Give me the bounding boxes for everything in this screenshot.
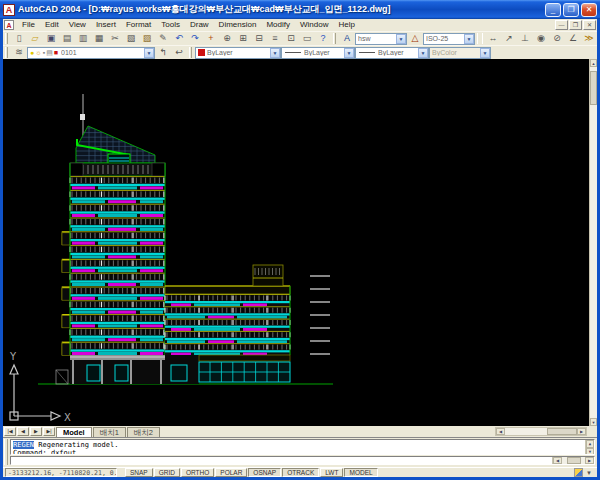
chevron-down-icon[interactable]: ▼	[270, 48, 280, 58]
dim-radius-icon[interactable]: ◉	[533, 32, 549, 45]
tab-first-icon[interactable]: |◀	[4, 427, 16, 436]
toolbar-grip[interactable]	[333, 33, 336, 44]
tab-last-icon[interactable]: ▶|	[43, 427, 55, 436]
zoom-previous-icon[interactable]: ⊟	[251, 32, 267, 45]
command-scrollbar[interactable]: ▲ ▼	[585, 440, 594, 454]
color-combo[interactable]: ByLayer▼	[195, 47, 281, 59]
dim-style-icon[interactable]: △	[407, 32, 423, 45]
chevron-down-icon[interactable]: ▼	[396, 34, 406, 44]
layer-plot-icon[interactable]: ▤	[46, 49, 53, 57]
layer-combo[interactable]: ●☼▪▤■ 0101 ▼	[27, 47, 155, 59]
dim-angular-icon[interactable]: ∠	[565, 32, 581, 45]
maximize-button[interactable]: ❐	[563, 3, 579, 17]
document-icon[interactable]: A	[4, 20, 14, 30]
scroll-right-icon[interactable]: ▶	[585, 457, 594, 464]
minimize-button[interactable]: _	[545, 3, 561, 17]
help-icon[interactable]: ?	[315, 32, 331, 45]
dim-ordinate-icon[interactable]: ⊥	[517, 32, 533, 45]
layer-previous-icon[interactable]: ↩	[171, 46, 187, 59]
layer-on-icon[interactable]: ●	[30, 49, 34, 56]
tool-palettes-icon[interactable]: ▭	[299, 32, 315, 45]
menu-insert[interactable]: Insert	[91, 19, 121, 31]
save-icon[interactable]: ▣	[43, 32, 59, 45]
child-restore-button[interactable]: ❐	[569, 20, 582, 30]
new-icon[interactable]: ▯	[11, 32, 27, 45]
toggle-snap[interactable]: SNAP	[125, 468, 153, 477]
layer-color-icon[interactable]: ■	[54, 49, 58, 56]
layer-manager-icon[interactable]: ≋	[11, 46, 27, 59]
toolbar-grip[interactable]	[5, 33, 8, 44]
scroll-down-icon[interactable]: ▼	[590, 418, 597, 426]
menu-dimension[interactable]: Dimension	[214, 19, 262, 31]
drawing-area[interactable]: YX ▲ ▼	[3, 59, 597, 426]
horizontal-scrollbar[interactable]: ◀ ▶	[495, 427, 587, 436]
publish-icon[interactable]: ▦	[91, 32, 107, 45]
text-style-combo[interactable]: hsw▼	[355, 33, 407, 45]
open-icon[interactable]: ▱	[27, 32, 43, 45]
menu-file[interactable]: File	[17, 19, 40, 31]
scroll-down-icon[interactable]: ▼	[586, 448, 594, 455]
pan-icon[interactable]: +	[203, 32, 219, 45]
scroll-left-icon[interactable]: ◀	[496, 428, 505, 435]
redo-icon[interactable]: ↷	[187, 32, 203, 45]
toggle-osnap[interactable]: OSNAP	[248, 468, 281, 477]
zoom-window-icon[interactable]: ⊞	[235, 32, 251, 45]
close-button[interactable]: ✕	[581, 3, 597, 17]
vertical-scroll-thumb[interactable]	[590, 71, 597, 105]
menu-help[interactable]: Help	[333, 19, 359, 31]
command-window-grip[interactable]	[4, 439, 8, 465]
dim-style-combo[interactable]: ISO-25▼	[423, 33, 475, 45]
toggle-ortho[interactable]: ORTHO	[181, 468, 214, 477]
tab-배치1[interactable]: 배치1	[93, 427, 126, 437]
vertical-scrollbar[interactable]: ▲ ▼	[589, 59, 597, 426]
cut-icon[interactable]: ✂	[107, 32, 123, 45]
dim-linear-icon[interactable]: ↔	[485, 32, 501, 45]
plot-preview-icon[interactable]: ▥	[75, 32, 91, 45]
menu-draw[interactable]: Draw	[185, 19, 214, 31]
scroll-left-icon[interactable]: ◀	[553, 457, 562, 464]
quick-dimension-icon[interactable]: ≫	[581, 32, 597, 45]
dim-diameter-icon[interactable]: ⊘	[549, 32, 565, 45]
toggle-grid[interactable]: GRID	[154, 468, 180, 477]
chevron-down-icon[interactable]: ▼	[144, 48, 154, 58]
layer-freeze-icon[interactable]: ☼	[35, 49, 41, 56]
designcenter-icon[interactable]: ⊡	[283, 32, 299, 45]
chevron-down-icon[interactable]: ▼	[418, 48, 428, 58]
horizontal-scroll-thumb[interactable]	[547, 428, 577, 435]
child-close-button[interactable]: ✕	[583, 20, 596, 30]
layer-lock-icon[interactable]: ▪	[43, 49, 45, 56]
dim-aligned-icon[interactable]: ↗	[501, 32, 517, 45]
plot-icon[interactable]: ▤	[59, 32, 75, 45]
menu-edit[interactable]: Edit	[40, 19, 64, 31]
horizontal-scroll-thumb[interactable]	[567, 457, 581, 464]
toolbar-grip[interactable]	[5, 47, 8, 58]
toggle-otrack[interactable]: OTRACK	[282, 468, 319, 477]
communication-center-icon[interactable]	[574, 468, 583, 477]
scroll-right-icon[interactable]: ▶	[577, 428, 586, 435]
status-tray-arrow-icon[interactable]: ▼	[583, 470, 595, 476]
command-history[interactable]: REGEN Regenerating model. Command: dxfou…	[10, 439, 595, 455]
scroll-up-icon[interactable]: ▲	[586, 440, 594, 448]
copy-icon[interactable]: ▧	[123, 32, 139, 45]
text-style-icon[interactable]: A	[339, 32, 355, 45]
properties-icon[interactable]: ≡	[267, 32, 283, 45]
chevron-down-icon[interactable]: ▼	[344, 48, 354, 58]
linetype-combo[interactable]: ByLayer▼	[281, 47, 355, 59]
chevron-down-icon[interactable]: ▼	[464, 34, 474, 44]
autocad-app-icon[interactable]: A	[3, 4, 15, 16]
menu-view[interactable]: View	[64, 19, 91, 31]
match-properties-icon[interactable]: ✎	[155, 32, 171, 45]
toggle-lwt[interactable]: LWT	[320, 468, 343, 477]
tab-prev-icon[interactable]: ◀	[17, 427, 29, 436]
command-input[interactable]: ◀ ▶	[10, 456, 595, 465]
zoom-realtime-icon[interactable]: ⊕	[219, 32, 235, 45]
make-object-layer-current-icon[interactable]: ↰	[155, 46, 171, 59]
toggle-model[interactable]: MODEL	[344, 468, 377, 477]
undo-icon[interactable]: ↶	[171, 32, 187, 45]
menu-window[interactable]: Window	[295, 19, 333, 31]
scroll-up-icon[interactable]: ▲	[590, 59, 597, 67]
command-input-scrollbar[interactable]: ◀ ▶	[552, 457, 594, 464]
lineweight-combo[interactable]: ByLayer▼	[355, 47, 429, 59]
tab-배치2[interactable]: 배치2	[127, 427, 160, 437]
coordinate-display[interactable]: -3133212.16, -7110820.21, 0.00	[5, 468, 117, 477]
